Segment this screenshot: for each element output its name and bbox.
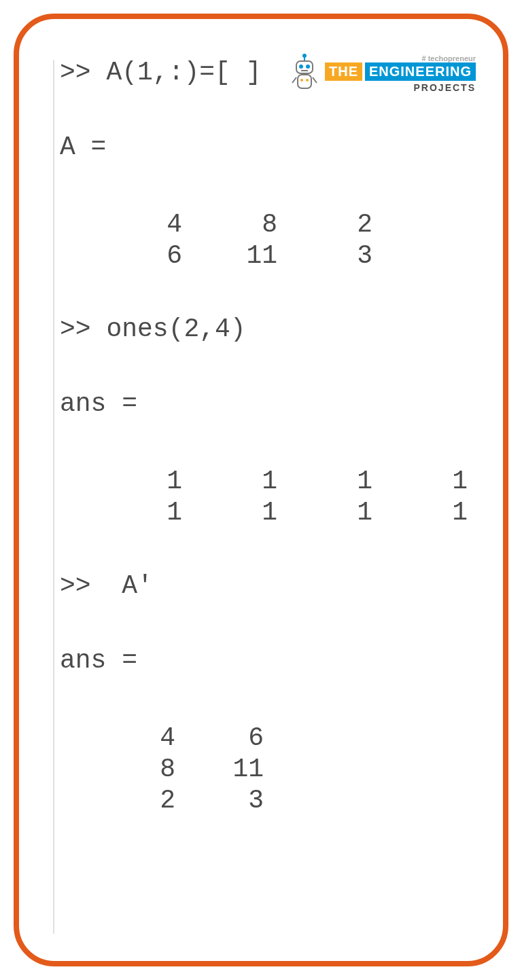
table-row: 1 1 1 1 bbox=[87, 466, 468, 497]
table-row: 6 11 3 bbox=[87, 240, 372, 272]
matrix-A-output: 4 8 2 6 11 3 bbox=[87, 209, 372, 272]
matrix-cell: 1 bbox=[372, 497, 468, 528]
matrix-cell: 8 bbox=[87, 754, 175, 785]
command-line-3[interactable]: >> A' bbox=[60, 573, 476, 603]
matrix-cell: 1 bbox=[277, 497, 372, 528]
matrix-cell: 2 bbox=[277, 209, 372, 240]
matrix-cell: 11 bbox=[175, 754, 264, 785]
matrix-cell: 1 bbox=[277, 466, 372, 497]
table-row: 2 3 bbox=[87, 785, 264, 816]
matrix-A-transpose-output: 4 6 8 11 2 3 bbox=[87, 723, 264, 816]
matrix-cell: 1 bbox=[182, 497, 277, 528]
ans-label-1: ans = bbox=[60, 391, 476, 421]
table-row: 4 8 2 bbox=[87, 209, 372, 240]
matrix-cell: 1 bbox=[87, 497, 182, 528]
matrix-cell: 1 bbox=[372, 466, 468, 497]
matlab-command-window: >> A(1,:)=[ ] A = 4 8 2 6 11 3 >> ones(2… bbox=[53, 60, 476, 934]
command-line-2[interactable]: >> ones(2,4) bbox=[60, 316, 476, 346]
matrix-cell: 4 bbox=[87, 209, 182, 240]
ans-label-2: ans = bbox=[60, 648, 476, 678]
matrix-cell: 3 bbox=[175, 785, 264, 816]
table-row: 1 1 1 1 bbox=[87, 497, 468, 528]
matrix-cell: 8 bbox=[182, 209, 277, 240]
matrix-cell: 3 bbox=[277, 240, 372, 272]
matrix-cell: 6 bbox=[175, 723, 264, 754]
variable-label-A: A = bbox=[60, 134, 476, 164]
bordered-frame: # techopreneur THE ENGINEERING PROJECTS … bbox=[14, 14, 508, 966]
matrix-cell: 2 bbox=[87, 785, 175, 816]
matrix-cell: 1 bbox=[182, 466, 277, 497]
matrix-cell: 6 bbox=[87, 240, 182, 272]
command-line-1[interactable]: >> A(1,:)=[ ] bbox=[60, 60, 476, 90]
matrix-cell: 4 bbox=[87, 723, 175, 754]
matrix-cell: 11 bbox=[182, 240, 277, 272]
table-row: 4 6 bbox=[87, 723, 264, 754]
matrix-ones-output: 1 1 1 1 1 1 1 1 bbox=[87, 466, 468, 528]
table-row: 8 11 bbox=[87, 754, 264, 785]
matrix-cell: 1 bbox=[87, 466, 182, 497]
